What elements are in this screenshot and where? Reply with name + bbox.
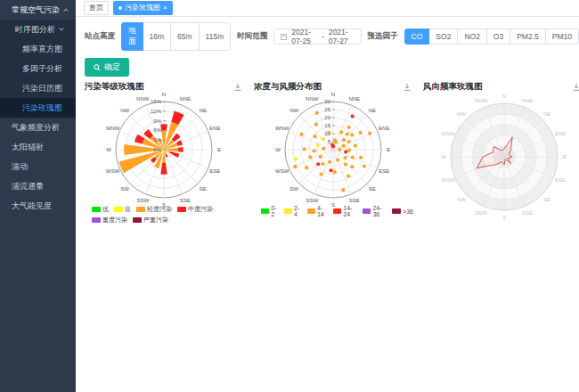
svg-text:ENE: ENE: [555, 131, 566, 136]
legend-label: 中度污染: [188, 205, 213, 214]
sidebar-item-label: 常规空气污染: [12, 4, 60, 16]
tab-1[interactable]: 污染玫瑰图×: [113, 1, 173, 15]
legend-swatch: [114, 207, 123, 212]
svg-text:NNE: NNE: [348, 96, 360, 102]
chevron-down-icon: [59, 26, 64, 31]
svg-text:N: N: [331, 93, 335, 97]
svg-text:ESE: ESE: [209, 168, 220, 174]
legend-label: 24-36: [372, 205, 387, 217]
factor-option-o3[interactable]: O3: [486, 29, 510, 45]
search-icon: [94, 64, 101, 71]
svg-text:20: 20: [324, 115, 330, 120]
factor-option-co[interactable]: CO: [404, 29, 430, 45]
legend-swatch: [177, 207, 186, 212]
height-label: 站点高度: [85, 31, 115, 42]
sidebar-item-4[interactable]: 污染日历图: [0, 78, 76, 98]
svg-text:ESE: ESE: [379, 168, 389, 174]
legend-swatch: [333, 208, 341, 214]
legend-item[interactable]: 2-4: [284, 205, 303, 217]
svg-text:E: E: [387, 147, 390, 152]
download-icon[interactable]: [572, 83, 579, 92]
svg-text:SE: SE: [369, 186, 376, 192]
sidebar-item-0[interactable]: 常规空气污染: [0, 0, 76, 20]
factor-option-pm25[interactable]: PM2.5: [510, 29, 546, 45]
sidebar-item-3[interactable]: 多因子分析: [0, 59, 76, 78]
sidebar-item-label: 湍流通量: [12, 181, 44, 192]
legend-item[interactable]: 严重污染: [133, 216, 168, 225]
sidebar-item-2[interactable]: 频率直方图: [0, 39, 76, 59]
svg-text:WNW: WNW: [106, 126, 120, 131]
calendar-icon: [281, 34, 287, 40]
download-icon[interactable]: [403, 83, 412, 92]
tab-0[interactable]: 首页: [84, 1, 109, 15]
sidebar-item-8[interactable]: 湍动: [0, 157, 76, 176]
confirm-button-label: 确定: [104, 61, 120, 73]
svg-text:NNW: NNW: [306, 96, 319, 102]
legend-item[interactable]: 轻度污染: [136, 205, 172, 214]
height-option-65m[interactable]: 65m: [170, 22, 200, 51]
legend-item[interactable]: >36: [392, 208, 413, 215]
factor-option-no2[interactable]: NO2: [457, 29, 486, 45]
svg-text:SW: SW: [290, 186, 298, 192]
svg-text:ENE: ENE: [209, 126, 220, 131]
height-option-16m[interactable]: 16m: [143, 22, 172, 51]
legend-item[interactable]: 4-14: [307, 205, 329, 217]
confirm-button[interactable]: 确定: [85, 58, 129, 77]
svg-text:SSW: SSW: [475, 210, 487, 216]
svg-text:SSE: SSE: [522, 210, 533, 216]
concentration-scatter-legend: 0-22-44-1414-2424-36>36: [254, 205, 413, 217]
sidebar-item-label: 大气能见度: [12, 200, 52, 212]
sidebar-item-5[interactable]: 污染玫瑰图: [0, 98, 76, 118]
legend-label: 4-14: [317, 205, 329, 217]
sidebar-item-10[interactable]: 大气能见度: [0, 196, 76, 216]
sidebar-item-6[interactable]: 气象频度分析: [0, 118, 76, 137]
sidebar-item-1[interactable]: 时序图分析: [0, 20, 76, 39]
legend-item[interactable]: 0-2: [261, 205, 280, 217]
download-icon[interactable]: [233, 83, 242, 92]
legend-item[interactable]: 优: [92, 205, 109, 214]
date-range-input[interactable]: 2021-07-25 - 2021-07-27: [273, 29, 361, 45]
svg-text:WSW: WSW: [275, 168, 290, 174]
legend-label: 良: [125, 205, 131, 214]
svg-text:0%: 0%: [153, 147, 161, 152]
svg-text:NE: NE: [200, 108, 207, 113]
svg-text:ENE: ENE: [379, 126, 389, 131]
height-option-115m[interactable]: 115m: [199, 22, 232, 51]
pollution-rose-chart: NNNENEENEEESESESSESSSWSWWSWWWNWNWNNW0%3%…: [85, 93, 244, 207]
svg-text:W: W: [106, 147, 111, 152]
tab-close-icon[interactable]: ×: [163, 4, 167, 12]
factor-option-pm10[interactable]: PM10: [545, 29, 579, 45]
svg-text:W: W: [275, 147, 281, 152]
svg-text:NNW: NNW: [136, 96, 150, 102]
legend-item[interactable]: 24-36: [363, 205, 387, 217]
tab-label: 污染玫瑰图: [125, 3, 160, 12]
svg-text:NW: NW: [457, 111, 466, 117]
sidebar-item-label: 频率直方图: [22, 44, 62, 55]
sidebar-item-9[interactable]: 湍流通量: [0, 176, 76, 196]
sidebar-item-7[interactable]: 太阳辐射: [0, 137, 76, 157]
svg-text:30: 30: [324, 99, 330, 104]
svg-text:NW: NW: [290, 108, 298, 113]
date-separator: -: [322, 32, 324, 41]
svg-text:25: 25: [324, 107, 330, 112]
sidebar-item-label: 多因子分析: [22, 63, 62, 75]
concentration-scatter-chart: NNNENEENEEESESESSESSSWSWWSWWWNWNWNNW5101…: [254, 93, 413, 207]
svg-text:NNW: NNW: [475, 98, 488, 103]
legend-label: 2-4: [294, 205, 302, 217]
svg-text:15: 15: [324, 123, 330, 128]
legend-item[interactable]: 中度污染: [177, 205, 213, 214]
legend-item[interactable]: 良: [114, 205, 131, 214]
legend-item[interactable]: 14-24: [333, 205, 358, 217]
factor-option-so2[interactable]: SO2: [428, 29, 458, 45]
svg-text:NE: NE: [369, 108, 376, 113]
height-option-[interactable]: 地面: [121, 22, 143, 51]
height-options: 地面16m65m115m: [121, 22, 231, 51]
svg-text:NNE: NNE: [522, 98, 534, 103]
svg-text:S: S: [502, 215, 506, 219]
legend-swatch: [363, 208, 371, 214]
legend-item[interactable]: 重度污染: [92, 216, 127, 225]
sidebar-item-label: 太阳辐射: [12, 142, 44, 153]
legend-swatch: [92, 217, 101, 223]
page-content: 确定 污染等级玫瑰图 NNNENEENEEESESESSESSSWSWWSWWW…: [76, 53, 579, 225]
factor-options: COSO2NO2O3PM2.5PM10: [404, 29, 579, 45]
